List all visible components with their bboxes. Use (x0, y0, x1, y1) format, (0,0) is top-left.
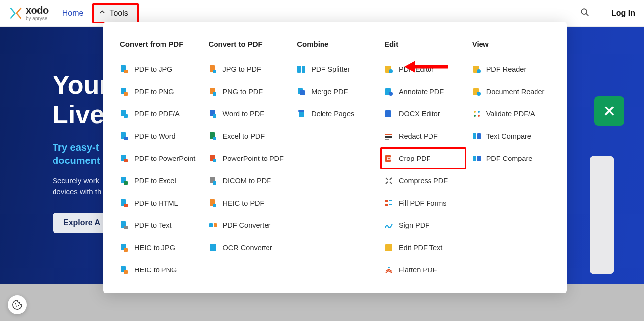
item-pdf-to-html[interactable]: PDF to HTML (120, 192, 203, 214)
chevron-up-icon (99, 9, 106, 18)
search-icon[interactable] (580, 8, 589, 19)
sign-icon (384, 221, 393, 230)
text-compare-icon (472, 132, 481, 141)
svg-rect-58 (385, 204, 388, 206)
hero-desc-line1: Securely work (53, 176, 99, 185)
compress-icon (384, 176, 393, 185)
brand-logo[interactable]: xodo by apryse (9, 5, 49, 21)
item-text-compare[interactable]: Text Compare (472, 125, 550, 147)
col-head-convert-from: Convert from PDF (120, 40, 203, 48)
svg-point-68 (474, 115, 476, 117)
item-pdf-to-pdfa[interactable]: PDF to PDF/A (120, 103, 203, 125)
file-icon (209, 199, 217, 208)
editor-icon (384, 65, 393, 74)
redact-icon (384, 132, 393, 141)
item-pdf-to-word[interactable]: PDF to Word (120, 125, 203, 147)
item-pdf-converter[interactable]: PDF Converter (209, 214, 291, 236)
item-pdf-to-ppt[interactable]: PDF to PowerPoint (120, 147, 203, 169)
converter-icon (209, 221, 217, 230)
nav-home[interactable]: Home (62, 9, 84, 18)
file-icon (120, 243, 129, 252)
file-icon (120, 87, 129, 96)
svg-rect-45 (299, 112, 304, 117)
item-pdf-to-text[interactable]: PDF to Text (120, 214, 203, 236)
item-merge-pdf[interactable]: Merge PDF (297, 80, 378, 103)
hero-desc-line2: devices with th (53, 187, 101, 196)
svg-rect-53 (385, 136, 392, 138)
col-head-convert-to: Convert to PDF (209, 40, 291, 48)
svg-point-75 (16, 306, 17, 307)
xodo-logo-icon (9, 6, 23, 20)
item-pdf-to-jpg[interactable]: PDF to JPG (120, 58, 203, 80)
item-crop-pdf[interactable]: Crop PDF (380, 147, 466, 169)
file-icon (120, 154, 129, 163)
item-sign-pdf[interactable]: Sign PDF (384, 214, 466, 236)
brand-byline: by apryse (26, 16, 49, 21)
item-png-to-pdf[interactable]: PNG to PDF (209, 80, 291, 103)
item-annotate-pdf[interactable]: Annotate PDF (384, 80, 466, 103)
svg-rect-25 (213, 70, 216, 73)
item-pdf-reader[interactable]: PDF Reader (472, 58, 550, 80)
svg-rect-17 (124, 204, 128, 207)
item-flatten-pdf[interactable]: Flatten PDF (384, 259, 466, 281)
explore-button[interactable]: Explore A (53, 213, 111, 233)
item-docx-editor[interactable]: DOCX Editor (384, 103, 466, 125)
nav-tools-button[interactable]: Tools (92, 3, 138, 23)
item-dicom-to-pdf[interactable]: DICOM to PDF (209, 169, 291, 192)
flatten-icon (384, 266, 393, 274)
svg-rect-7 (124, 92, 128, 96)
text-edit-icon (384, 243, 393, 252)
docx-icon (384, 109, 393, 118)
item-word-to-pdf[interactable]: Word to PDF (209, 103, 291, 125)
item-heic-to-jpg[interactable]: HEIC to JPG (120, 236, 203, 259)
svg-line-1 (586, 13, 589, 16)
file-icon (209, 65, 217, 74)
ocr-icon (209, 243, 217, 252)
cookie-icon (12, 299, 23, 310)
svg-rect-11 (124, 137, 128, 140)
svg-rect-5 (124, 70, 128, 73)
file-icon (209, 87, 217, 96)
item-delete-pages[interactable]: Delete Pages (297, 103, 378, 125)
hero-subtitle-line1: Try easy-t (53, 142, 99, 153)
item-ocr-converter[interactable]: OCR Converter (209, 236, 291, 259)
item-compress-pdf[interactable]: Compress PDF (384, 169, 466, 192)
svg-rect-33 (213, 159, 216, 162)
item-pdf-to-png[interactable]: PDF to PNG (120, 80, 203, 103)
item-pdf-to-excel[interactable]: PDF to Excel (120, 169, 203, 192)
svg-rect-70 (473, 133, 476, 139)
forms-icon (384, 199, 393, 208)
separator (600, 9, 600, 18)
item-validate-pdfa[interactable]: Validate PDF/A (472, 103, 550, 125)
svg-point-76 (18, 305, 19, 306)
cookie-settings-button[interactable] (8, 295, 27, 314)
svg-rect-71 (477, 133, 481, 139)
svg-rect-37 (213, 204, 216, 207)
item-jpg-to-pdf[interactable]: JPG to PDF (209, 58, 291, 80)
item-heic-to-pdf[interactable]: HEIC to PDF (209, 192, 291, 214)
menu-col-convert-from-pdf: Convert from PDF PDF to JPG PDF to PNG P… (120, 40, 203, 283)
svg-rect-56 (385, 200, 388, 202)
item-edit-pdf-text[interactable]: Edit PDF Text (384, 236, 466, 259)
item-pdf-splitter[interactable]: PDF Splitter (297, 58, 378, 80)
item-pdf-compare[interactable]: PDF Compare (472, 147, 550, 169)
file-icon (209, 176, 217, 185)
doc-reader-icon (472, 87, 481, 96)
excel-tile-icon (594, 96, 624, 126)
item-heic-to-png[interactable]: HEIC to PNG (120, 259, 203, 281)
annotate-icon (384, 87, 393, 96)
login-link[interactable]: Log In (611, 9, 635, 18)
item-ppt-to-pdf[interactable]: PowerPoint to PDF (209, 147, 291, 169)
merge-icon (297, 87, 306, 96)
menu-col-view: View PDF Reader Document Reader Validate… (472, 40, 550, 283)
item-redact-pdf[interactable]: Redact PDF (384, 125, 466, 147)
crop-icon (384, 154, 393, 163)
svg-rect-73 (477, 156, 481, 161)
reader-icon (472, 65, 481, 74)
svg-point-66 (474, 111, 476, 113)
item-excel-to-pdf[interactable]: Excel to PDF (209, 125, 291, 147)
svg-rect-44 (300, 90, 305, 95)
svg-point-50 (389, 92, 393, 96)
item-fill-forms[interactable]: Fill PDF Forms (384, 192, 466, 214)
item-document-reader[interactable]: Document Reader (472, 80, 550, 103)
